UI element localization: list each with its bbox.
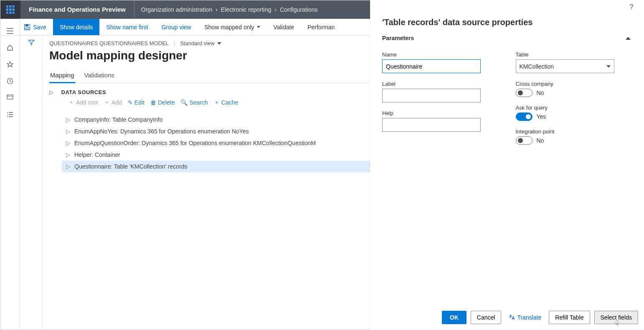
- chevron-down-icon: [606, 65, 611, 68]
- cancel-button[interactable]: Cancel: [471, 311, 502, 324]
- chevron-right-icon: ›: [216, 6, 218, 13]
- save-icon: [24, 24, 30, 31]
- group-view-button[interactable]: Group view: [155, 19, 198, 35]
- show-name-first-label: Show name first: [106, 24, 148, 31]
- delete-button[interactable]: 🗑Delete: [150, 99, 175, 106]
- add-label: Add: [112, 99, 122, 106]
- chevron-up-icon: [626, 37, 631, 40]
- favorites-button[interactable]: [0, 56, 20, 73]
- expand-icon[interactable]: ▷: [62, 163, 74, 170]
- filter-button[interactable]: [28, 39, 35, 47]
- cache-button[interactable]: ＋Cache: [214, 99, 238, 106]
- show-name-first-button[interactable]: Show name first: [99, 19, 155, 35]
- ask-query-field-group: Ask for query Yes: [516, 105, 633, 121]
- tree-item-label: Helper: Container: [74, 151, 120, 158]
- properties-pane: ? 'Table records' data source properties…: [370, 0, 644, 330]
- left-column: Name Label Help: [382, 51, 499, 152]
- breadcrumb-item[interactable]: Organization administration: [141, 6, 212, 13]
- expand-icon[interactable]: ▷: [62, 128, 74, 135]
- ask-query-value: Yes: [537, 113, 546, 120]
- search-icon: 🔍: [180, 99, 188, 106]
- translate-button[interactable]: Translate: [505, 314, 545, 321]
- tree-item-label: EnumAppNoYes: Dynamics 365 for Operation…: [74, 128, 249, 135]
- label-field-group: Label: [382, 81, 499, 102]
- integration-value: No: [537, 137, 544, 144]
- view-label-text: Standard view: [180, 40, 214, 46]
- validate-button[interactable]: Validate: [267, 19, 301, 35]
- svg-rect-1: [25, 25, 28, 26]
- select-fields-button[interactable]: Select fields: [594, 311, 638, 324]
- translate-icon: [509, 315, 515, 320]
- plus-icon: ＋: [214, 99, 220, 106]
- delete-label: Delete: [158, 99, 175, 106]
- expand-icon[interactable]: ▷: [62, 140, 74, 146]
- svg-rect-7: [7, 95, 13, 99]
- edit-label: Edit: [134, 99, 145, 106]
- integration-toggle[interactable]: [516, 136, 532, 145]
- expand-toggle[interactable]: ▷: [49, 89, 54, 95]
- table-label: Table: [516, 51, 633, 58]
- performance-button[interactable]: Performan: [301, 19, 341, 35]
- expand-icon[interactable]: ▷: [62, 116, 74, 123]
- hamburger-button[interactable]: [0, 23, 20, 39]
- refill-table-button[interactable]: Refill Table: [549, 311, 590, 324]
- integration-field-group: Integration point No: [516, 128, 633, 145]
- validate-label: Validate: [274, 24, 294, 31]
- waffle-icon: [6, 5, 15, 14]
- pane-footer: OK Cancel Translate Refill Table Select …: [442, 311, 638, 324]
- search-button[interactable]: 🔍Search: [180, 99, 208, 106]
- hamburger-icon: [7, 28, 13, 34]
- name-input[interactable]: [382, 59, 481, 73]
- translate-label: Translate: [517, 314, 541, 321]
- clock-icon: [7, 78, 13, 84]
- funnel-icon: [28, 39, 35, 46]
- pane-header: ?: [370, 0, 644, 14]
- recent-button[interactable]: [0, 73, 20, 90]
- add-button[interactable]: ＋Add: [104, 99, 122, 106]
- breadcrumb: Organization administration › Electronic…: [134, 0, 325, 19]
- breadcrumb-item[interactable]: Electronic reporting: [221, 6, 271, 13]
- view-selector[interactable]: Standard view: [180, 40, 221, 46]
- list-icon: [7, 111, 13, 118]
- expand-icon[interactable]: ▷: [62, 151, 74, 158]
- edit-button[interactable]: ✎Edit: [128, 99, 145, 106]
- tab-validations[interactable]: Validations: [84, 68, 115, 83]
- help-input[interactable]: [382, 118, 481, 132]
- plus-icon: ＋: [68, 99, 74, 106]
- save-label: Save: [33, 24, 46, 31]
- group-view-label: Group view: [162, 24, 191, 31]
- app-title: Finance and Operations Preview: [20, 0, 134, 19]
- help-button[interactable]: ?: [626, 1, 637, 13]
- parameters-section-header[interactable]: Parameters: [370, 32, 644, 43]
- tab-mapping[interactable]: Mapping: [49, 68, 75, 83]
- chevron-right-icon: ›: [274, 6, 276, 13]
- cross-company-value: No: [537, 90, 544, 96]
- cache-label: Cache: [221, 99, 238, 106]
- name-field-group: Name: [382, 51, 499, 73]
- ask-query-toggle[interactable]: [516, 113, 532, 121]
- workspaces-button[interactable]: [0, 90, 20, 106]
- modules-button[interactable]: [0, 106, 20, 123]
- table-select[interactable]: KMCollection: [516, 59, 614, 73]
- ok-button[interactable]: OK: [442, 311, 467, 324]
- name-label: Name: [382, 51, 499, 58]
- tree-item-label: CompanyInfo: Table CompanyInfo: [74, 116, 162, 123]
- left-nav-rail: [0, 18, 20, 330]
- add-root-button[interactable]: ＋Add root: [68, 99, 98, 106]
- tree-item-label: EnumAppQuestionOrder: Dynamics 365 for O…: [74, 140, 316, 146]
- svg-rect-2: [25, 28, 29, 29]
- star-icon: [7, 61, 13, 68]
- filter-strip: [20, 35, 43, 330]
- save-button[interactable]: Save: [20, 19, 53, 35]
- cross-company-toggle[interactable]: [516, 89, 532, 97]
- label-label: Label: [382, 81, 499, 87]
- tree-item-label: Questionnaire: Table 'KMCollection' reco…: [74, 163, 187, 170]
- table-value: KMCollection: [520, 63, 554, 70]
- show-mapped-only-button[interactable]: Show mapped only: [198, 19, 267, 35]
- app-launcher-button[interactable]: [0, 0, 20, 19]
- home-icon: [7, 44, 13, 51]
- show-details-button[interactable]: Show details: [53, 19, 99, 35]
- breadcrumb-item[interactable]: Configurations: [280, 6, 317, 13]
- label-input[interactable]: [382, 89, 481, 102]
- home-button[interactable]: [0, 39, 20, 56]
